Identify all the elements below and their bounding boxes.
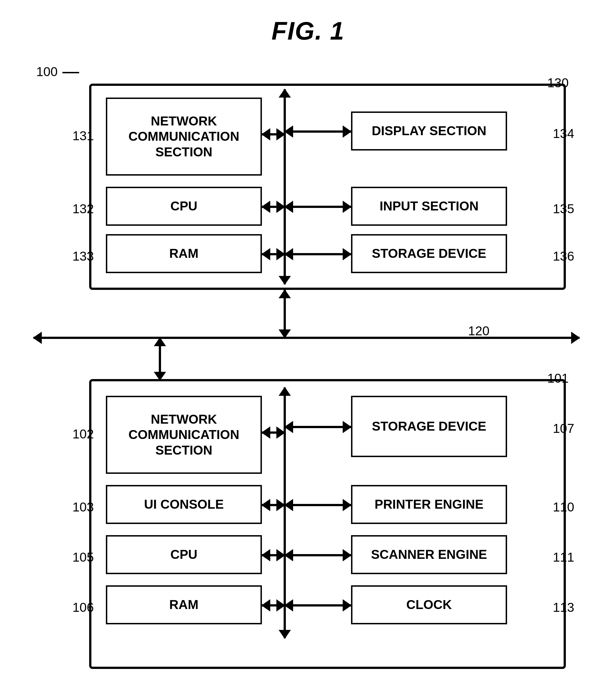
- ref-131: 131: [72, 128, 94, 143]
- display-section: DISPLAY SECTION: [351, 111, 507, 151]
- ram-bottom: RAM: [106, 585, 262, 624]
- arrow-input-top: [285, 206, 351, 208]
- ref-102: 102: [72, 427, 94, 442]
- ref-133: 133: [72, 249, 94, 264]
- printer-engine: PRINTER ENGINE: [351, 485, 507, 524]
- storage-bottom: STORAGE DEVICE: [351, 396, 507, 457]
- ref-101: 101: [547, 371, 569, 386]
- ref-113: 113: [553, 600, 574, 615]
- arrow-net-bottom: [262, 431, 285, 434]
- scanner-engine: SCANNER ENGINE: [351, 535, 507, 574]
- arrow-storage-bottom: [285, 426, 351, 428]
- arrow-scanner-bottom: [285, 554, 351, 556]
- vert-connector-bottom: [159, 338, 161, 380]
- ref-107: 107: [553, 421, 574, 436]
- arrow-ram-top: [262, 253, 285, 255]
- ref-105: 105: [72, 550, 94, 565]
- ref-103: 103: [72, 499, 94, 515]
- page-title: FIG. 1: [0, 0, 616, 45]
- arrow-clock-bottom: [285, 604, 351, 606]
- ref-136: 136: [553, 249, 574, 264]
- ui-console: UI CONSOLE: [106, 485, 262, 524]
- arrow-net-top: [262, 133, 285, 135]
- arrow-cpu-bottom: [262, 554, 285, 556]
- storage-top: STORAGE DEVICE: [351, 234, 507, 273]
- network-comm-bottom: NETWORKCOMMUNICATIONSECTION: [106, 396, 262, 474]
- network-comm-top: NETWORK COMMUNICATION SECTION: [106, 98, 262, 176]
- arrow-cpu-top: [262, 206, 285, 208]
- clock: CLOCK: [351, 585, 507, 624]
- ref-130: 130: [547, 75, 569, 90]
- arrow-display-top: [285, 130, 351, 133]
- arrow-ram-bottom: [262, 604, 285, 606]
- ref-120: 120: [468, 323, 489, 338]
- cpu-top: CPU: [106, 187, 262, 226]
- vert-connector-top: [284, 290, 286, 338]
- ref-135: 135: [553, 201, 574, 216]
- ref-132: 132: [72, 201, 94, 216]
- ref-111: 111: [553, 550, 574, 565]
- diagram-container: 130 NETWORK COMMUNICATION SECTION CPU RA…: [34, 61, 582, 672]
- input-section: INPUT SECTION: [351, 187, 507, 226]
- arrow-ui-bottom: [262, 504, 285, 506]
- ram-top: RAM: [106, 234, 262, 273]
- cpu-bottom: CPU: [106, 535, 262, 574]
- arrow-printer-bottom: [285, 504, 351, 506]
- arrow-storage-top: [285, 253, 351, 255]
- ref-110: 110: [553, 499, 574, 515]
- ref-106: 106: [72, 600, 94, 615]
- main-bus-h: [34, 337, 579, 339]
- ref-134: 134: [553, 126, 574, 141]
